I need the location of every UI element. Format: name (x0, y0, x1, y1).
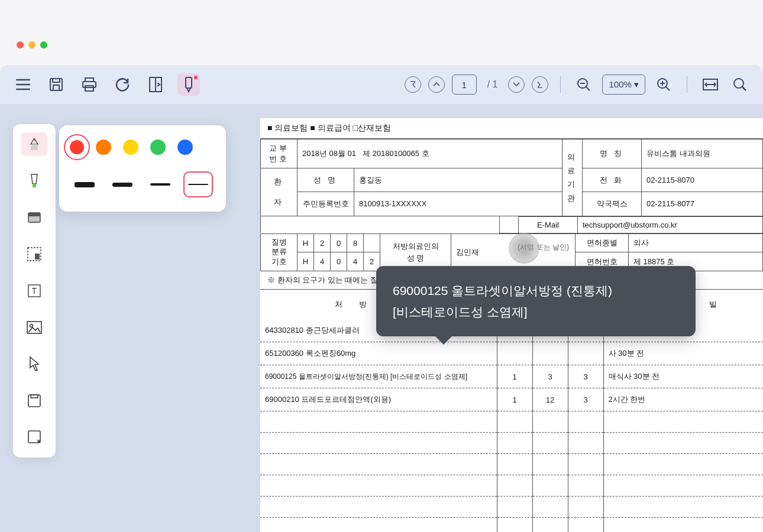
save-button[interactable] (45, 73, 67, 96)
save-annotation-tool[interactable] (21, 389, 47, 413)
page-total-label: / 1 (487, 79, 498, 90)
minimize-window-button[interactable] (28, 41, 35, 48)
disease-code-cell: H (298, 233, 314, 252)
issue-no-label: 교부 번호 (261, 140, 298, 168)
pointer-tool[interactable] (21, 352, 47, 376)
disease-label: 질병 분류 기호 (261, 233, 298, 271)
search-icon (732, 77, 748, 92)
disease-code-cell: 8 (347, 233, 364, 252)
eraser-icon (27, 211, 42, 224)
color-swatch-yellow[interactable] (123, 140, 138, 155)
rx-freq (532, 342, 568, 365)
toolbar-divider (560, 76, 561, 93)
disease-code-cell: 0 (331, 252, 347, 271)
zoom-select[interactable]: 100% ▾ (602, 74, 645, 95)
save-icon (49, 77, 63, 92)
zoom-out-icon (576, 77, 591, 92)
svg-rect-2 (53, 85, 59, 90)
license-type-label: 면허종별 (576, 233, 629, 252)
rx-days: 3 (568, 388, 603, 411)
page-input[interactable] (452, 74, 477, 95)
chevron-first-icon (409, 80, 417, 89)
menu-button[interactable] (12, 73, 34, 96)
search-button[interactable] (729, 73, 751, 96)
pencil-tool[interactable] (21, 132, 47, 156)
stroke-width-xl[interactable] (70, 171, 99, 197)
email-row-table: E-Mail techsupport@ubstorm.co.kr (260, 216, 763, 233)
hamburger-icon (16, 79, 30, 90)
zoom-out-button[interactable] (573, 73, 595, 96)
rx-note: 2시간 한번 (603, 388, 763, 411)
color-swatch-green[interactable] (150, 140, 166, 155)
color-swatch-orange[interactable] (96, 140, 111, 155)
print-button[interactable] (78, 73, 101, 96)
highlighter-tool[interactable] (21, 169, 47, 193)
rx-row: 69000125 울트라셋이알서방정(진통제) [비스테로이드성 소염제] 1 … (260, 365, 763, 388)
svg-rect-8 (186, 77, 192, 88)
next-page-button[interactable] (508, 76, 525, 93)
annotation-tool-button[interactable] (177, 73, 200, 96)
disease-code-cell: 2 (314, 233, 331, 252)
toolbar-divider (687, 76, 687, 93)
eraser-tool[interactable] (21, 206, 47, 229)
rx-drug: 69000125 울트라셋이알서방정(진통제) [비스테로이드성 소염제] (260, 365, 497, 388)
disease-code-cell: 4 (347, 252, 364, 271)
tooltip-line2: [비스테로이드성 소염제] (393, 301, 679, 323)
rx-row-empty (260, 475, 763, 497)
issue-date: 2018년 08월 01 (302, 149, 356, 158)
rx-drug: 69000210 프레드포르테점안액(외용) (260, 388, 497, 411)
select-delete-tool[interactable] (21, 242, 47, 266)
rx-drug: 651200360 록소펜징60mg (260, 342, 497, 365)
refresh-icon (115, 77, 130, 92)
inst-fax: 02-2115-8077 (642, 192, 763, 216)
maximize-window-button[interactable] (40, 41, 47, 48)
rx-freq: 12 (532, 388, 568, 411)
chevron-up-icon (433, 82, 440, 87)
first-page-button[interactable] (405, 76, 421, 93)
refresh-button[interactable] (111, 73, 134, 96)
license-type: 의사 (629, 233, 763, 252)
image-icon (26, 320, 43, 335)
drug-tooltip: 69000125 울트라셋이알서방정 (진통제) [비스테로이드성 소염제] (376, 266, 696, 336)
annotation-sidebar: T (13, 124, 56, 458)
close-window-button[interactable] (17, 41, 24, 48)
fit-width-button[interactable] (699, 73, 722, 96)
color-swatch-red[interactable] (70, 140, 84, 154)
inst-phone: 02-2115-8070 (642, 168, 763, 192)
header-table: 교부 번호 2018년 08월 01 제 20180100065 호 의 료 기… (260, 139, 763, 216)
inst-fax-label: 약국팩스 (583, 192, 642, 216)
image-tool[interactable] (21, 316, 47, 339)
text-tool[interactable]: T (21, 279, 47, 303)
rx-days (568, 342, 603, 365)
rx-note: 사 30분 전 (603, 342, 763, 365)
rx-qty: 1 (497, 365, 532, 388)
chevron-last-icon (536, 80, 544, 89)
stroke-width-s[interactable] (183, 171, 213, 197)
svg-point-17 (734, 79, 743, 88)
save-doc-icon (27, 393, 42, 408)
last-page-button[interactable] (532, 76, 548, 93)
rx-qty (497, 342, 532, 365)
svg-rect-5 (85, 86, 93, 91)
prev-page-button[interactable] (428, 76, 445, 93)
stroke-width-l[interactable] (108, 171, 137, 197)
color-swatch-blue[interactable] (177, 140, 193, 155)
rx-row: 651200360 록소펜징60mg 사 30분 전 (260, 342, 763, 365)
pointer-icon (28, 356, 41, 372)
export-annotation-tool[interactable] (21, 426, 47, 449)
disease-code-cell (364, 233, 380, 252)
disease-code-cell: H (298, 252, 314, 271)
column-button[interactable] (144, 73, 167, 96)
pencil-icon (26, 136, 43, 153)
svg-rect-30 (31, 395, 38, 398)
zoom-in-button[interactable] (652, 73, 675, 96)
svg-rect-1 (53, 79, 60, 82)
inst-name-label: 명 칭 (583, 140, 642, 168)
highlighter-icon (27, 172, 42, 190)
stroke-width-m[interactable] (146, 171, 175, 197)
select-delete-icon (27, 246, 42, 262)
ssn: 8100913-1XXXXXX (354, 192, 562, 216)
marker-icon (183, 76, 194, 93)
svg-rect-19 (31, 144, 38, 150)
disease-code-cell: 0 (331, 233, 347, 252)
